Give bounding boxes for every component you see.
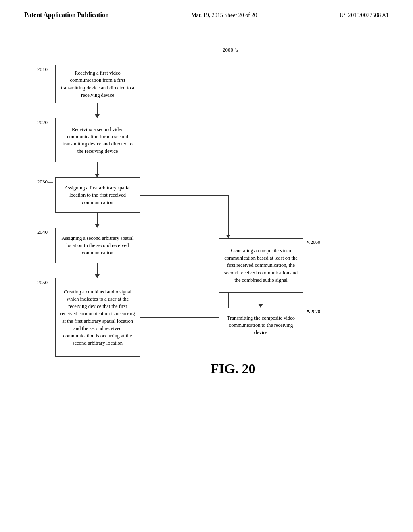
box-2040: Assigning a second arbitrary spatial loc… — [55, 228, 140, 263]
figure-label: FIG. 20 — [211, 361, 255, 376]
ref-label-2070: ↖2070 — [307, 309, 320, 315]
page-header: Patent Application Publication Mar. 19, … — [0, 0, 413, 19]
step-label-2020: 2020— — [37, 119, 53, 126]
ref-2000: 2000 ↘ — [223, 47, 239, 53]
step-label-2040: 2040— — [37, 229, 53, 235]
date-sheet-label: Mar. 19, 2015 Sheet 20 of 20 — [191, 12, 257, 19]
ref-label-2060: ↖2060 — [307, 239, 320, 245]
arrow-2020-2030 — [97, 162, 98, 175]
box-2050: Creating a combined audio signal which i… — [55, 278, 140, 357]
step-label-2030: 2030— — [37, 179, 53, 185]
arrow-2010-2020 — [97, 103, 98, 115]
arrowhead-to-2060 — [226, 235, 231, 238]
arrow-2060-2070 — [261, 293, 261, 305]
arrowhead-2010-2020 — [95, 114, 100, 118]
line-2050-to-2060-h — [140, 317, 229, 318]
box-2030: Assigning a first arbitrary spatial loca… — [55, 177, 140, 213]
line-2030-to-2060-v — [228, 195, 229, 235]
step-label-2010: 2010— — [37, 66, 53, 73]
arrow-2030-2040 — [97, 213, 98, 225]
box-2070: Transmitting the composite video communi… — [219, 308, 303, 343]
flowchart-diagram: 2000 ↘ Receiving a first video communica… — [25, 43, 388, 486]
arrowhead-2060-2070 — [258, 304, 263, 308]
arrowhead-2030-2040 — [95, 224, 100, 228]
patent-number-label: US 2015/0077508 A1 — [340, 12, 389, 19]
box-2060: Generating a composite video communicati… — [219, 238, 303, 293]
step-label-2050: 2050— — [37, 279, 53, 286]
box-2010: Receiving a first video communication fr… — [55, 65, 140, 103]
arrowhead-2020-2030 — [95, 174, 100, 177]
box-2020: Receiving a second video communication f… — [55, 118, 140, 162]
arrow-2040-2050 — [97, 263, 98, 275]
line-2030-to-2060-h — [140, 195, 229, 196]
arrowhead-2040-2050 — [95, 274, 100, 278]
publication-label: Patent Application Publication — [24, 11, 109, 19]
